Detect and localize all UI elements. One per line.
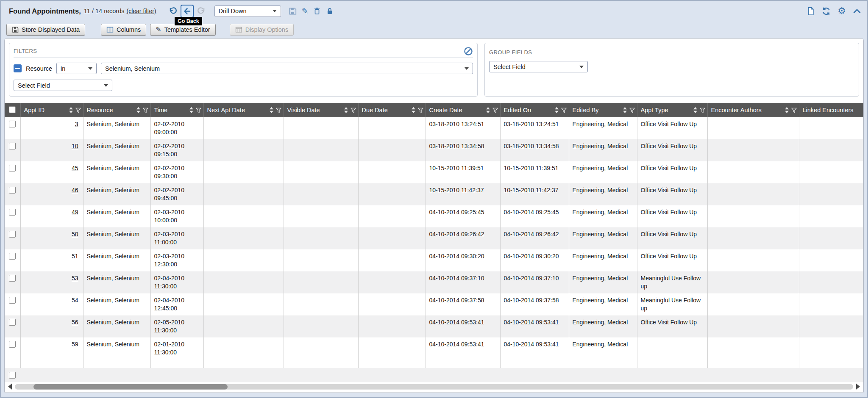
filter-funnel-icon[interactable] xyxy=(492,108,498,113)
go-forward-button[interactable] xyxy=(195,5,208,18)
sort-icon[interactable] xyxy=(623,107,627,113)
column-header-linked-encounters[interactable]: Linked Encounters xyxy=(799,103,863,117)
appt-id-link[interactable]: 46 xyxy=(72,187,78,193)
cell-due-date xyxy=(358,205,426,227)
scrollbar-track[interactable] xyxy=(15,384,853,390)
row-checkbox[interactable] xyxy=(9,165,16,171)
column-header-resource[interactable]: Resource xyxy=(83,103,150,117)
go-back-icon xyxy=(184,8,191,15)
column-header-edited-by[interactable]: Edited By xyxy=(569,103,637,117)
sort-icon[interactable] xyxy=(189,107,194,113)
add-filter-field-select[interactable]: Select Field xyxy=(14,80,112,91)
refresh-icon[interactable] xyxy=(822,7,831,16)
appt-id-link[interactable]: 59 xyxy=(72,341,78,348)
sort-icon[interactable] xyxy=(785,107,789,113)
appt-id-link[interactable]: 3 xyxy=(75,121,78,127)
cell-linked-encounters xyxy=(799,117,863,139)
horizontal-scrollbar xyxy=(8,383,860,390)
cell-encounter-authors xyxy=(707,227,799,249)
delete-icon[interactable] xyxy=(313,7,321,15)
filter-funnel-icon[interactable] xyxy=(75,108,81,113)
row-checkbox[interactable] xyxy=(9,209,16,216)
filter-funnel-icon[interactable] xyxy=(143,108,148,113)
save-icon[interactable] xyxy=(289,7,297,15)
scroll-left-arrow-icon[interactable] xyxy=(8,384,12,390)
column-header-due-date[interactable]: Due Date xyxy=(358,103,426,117)
filler-cell xyxy=(150,359,203,368)
sort-icon[interactable] xyxy=(136,107,141,113)
sort-icon[interactable] xyxy=(486,107,490,113)
sort-icon[interactable] xyxy=(69,107,73,113)
gear-icon[interactable]: ⚙ xyxy=(837,6,846,16)
row-checkbox[interactable] xyxy=(9,121,16,127)
filter-operator-select[interactable]: in xyxy=(56,63,97,74)
filter-funnel-icon[interactable] xyxy=(791,108,797,113)
sort-icon[interactable] xyxy=(693,107,698,113)
appt-id-link[interactable]: 50 xyxy=(72,231,78,238)
templates-editor-button[interactable]: ✎ Templates Editor xyxy=(150,24,215,36)
column-header-edited-on[interactable]: Edited On xyxy=(500,103,569,117)
appt-id-link[interactable]: 54 xyxy=(72,297,78,304)
row-checkbox[interactable] xyxy=(9,341,16,348)
table-row: 10 Selenium, Selenium 02-02-2010 09:15:0… xyxy=(5,139,863,161)
filter-funnel-icon[interactable] xyxy=(700,108,705,113)
appt-id-link[interactable]: 53 xyxy=(72,275,78,282)
scroll-right-arrow-icon[interactable] xyxy=(856,384,860,390)
appt-id-link[interactable]: 10 xyxy=(72,143,78,149)
appt-id-link[interactable]: 51 xyxy=(72,253,78,260)
group-fields-panel: GROUP FIELDS Select Field xyxy=(484,43,859,97)
cell-visible-date xyxy=(284,227,358,249)
clear-all-filters-icon[interactable] xyxy=(464,47,473,56)
filter-funnel-icon[interactable] xyxy=(561,108,567,113)
row-checkbox[interactable] xyxy=(9,319,16,326)
column-header-time[interactable]: Time xyxy=(150,103,203,117)
store-displayed-data-button[interactable]: Store Displayed Data xyxy=(6,24,85,36)
cell-time: 02-02-2010 09:15:00 xyxy=(150,139,203,161)
row-checkbox[interactable] xyxy=(9,231,16,238)
column-header-create-date[interactable]: Create Date xyxy=(426,103,500,117)
go-back-button[interactable] xyxy=(181,5,194,18)
sort-icon[interactable] xyxy=(344,107,348,113)
collapse-chevron-icon[interactable] xyxy=(853,8,861,14)
filter-funnel-icon[interactable] xyxy=(196,108,201,113)
column-header-encounter-authors[interactable]: Encounter Authors xyxy=(707,103,799,117)
document-icon[interactable] xyxy=(807,7,815,16)
row-checkbox[interactable] xyxy=(9,187,16,193)
undo-button[interactable] xyxy=(167,5,180,18)
row-checkbox[interactable] xyxy=(9,275,16,282)
sort-icon[interactable] xyxy=(554,107,559,113)
cell-create-date: 04-10-2014 09:30:20 xyxy=(426,249,500,271)
cell-edited-by: Engineering, Medical xyxy=(569,337,637,359)
clear-filter-link[interactable]: (clear filter) xyxy=(127,8,156,14)
appt-id-link[interactable]: 49 xyxy=(72,209,78,216)
row-checkbox[interactable] xyxy=(9,297,16,304)
filter-funnel-icon[interactable] xyxy=(629,108,635,113)
filter-funnel-icon[interactable] xyxy=(418,108,423,113)
filter-funnel-icon[interactable] xyxy=(276,108,281,113)
cell-appt-id: 59 xyxy=(20,337,83,359)
column-header-appt-type[interactable]: Appt Type xyxy=(637,103,707,117)
row-checkbox[interactable] xyxy=(9,143,16,149)
drill-down-select[interactable]: Drill Down xyxy=(214,6,281,17)
column-header-appt-id[interactable]: Appt ID xyxy=(20,103,83,117)
column-header-visible-date[interactable]: Visible Date xyxy=(284,103,358,117)
edit-icon[interactable]: ✎ xyxy=(302,7,309,15)
filter-checkbox[interactable] xyxy=(14,64,22,72)
scrollbar-thumb[interactable] xyxy=(33,384,228,390)
sort-icon[interactable] xyxy=(269,107,274,113)
select-all-checkbox[interactable] xyxy=(9,106,16,113)
filter-funnel-icon[interactable] xyxy=(351,108,356,113)
row-checkbox[interactable] xyxy=(9,372,16,379)
filter-value-select[interactable]: Selenium, Selenium xyxy=(101,63,473,74)
display-options-button[interactable]: Display Options xyxy=(230,24,294,36)
lock-icon[interactable] xyxy=(326,7,334,15)
column-header-next-apt-date[interactable]: Next Apt Date xyxy=(203,103,284,117)
sort-icon[interactable] xyxy=(411,107,416,113)
chevron-down-icon xyxy=(88,67,92,70)
group-field-select[interactable]: Select Field xyxy=(489,61,588,72)
columns-button[interactable]: Columns xyxy=(101,24,146,36)
appt-id-link[interactable]: 56 xyxy=(72,319,78,326)
appt-id-link[interactable]: 45 xyxy=(72,165,78,171)
row-checkbox[interactable] xyxy=(9,253,16,260)
row-select-cell xyxy=(5,183,20,205)
